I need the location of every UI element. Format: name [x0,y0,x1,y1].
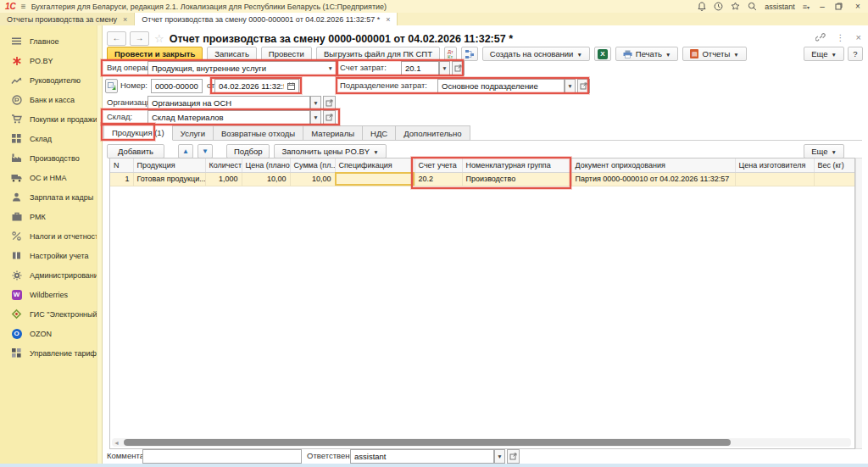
sidebar-item-pokupki-prodazhi[interactable]: Покупки и продажи [0,109,102,129]
dtkt-postings-button[interactable]: ДтКт [444,47,457,61]
window-tab-document[interactable]: Отчет производства за смену 0000-000001 … [135,13,398,25]
tab-produktsiya[interactable]: Продукция (1) [103,125,173,141]
organization-dropdown-icon[interactable]: ▼ [310,96,321,110]
sidebar-item-glavnoe[interactable]: Главное [0,31,102,51]
current-user[interactable]: assistant [765,3,795,11]
organization-open-icon[interactable] [323,96,336,110]
help-button[interactable]: ? [848,47,863,61]
cell-dokument-oprikhodovaniya[interactable]: Партия 0000-000010 от 04.02.2026 11:32:5… [571,172,735,186]
sidebar-item-zarplata-kadry[interactable]: Зарплата и кадры [0,187,102,207]
get-link-icon[interactable] [815,32,826,42]
cell-spetsifikatsiya-selected[interactable] [335,172,415,186]
main-menu-icon[interactable]: ≡ [21,2,26,11]
operation-type-field[interactable]: Продукция, внутренние услуги▼ [147,61,337,75]
scroll-left-icon[interactable]: ◄ [112,440,120,446]
cost-department-open-icon[interactable] [577,79,590,93]
cell-kolichestvo[interactable]: 1,000 [205,172,242,186]
responsible-dropdown-icon[interactable]: ▼ [494,449,505,464]
more-vertical-icon[interactable]: ⋮ [837,33,845,42]
export-spt-button[interactable]: Выгрузить файл для ПК СПТ [316,47,440,61]
post-and-close-button[interactable]: Провести и закрыть [107,47,203,61]
cell-ves[interactable] [814,172,854,186]
vertical-scrollbar[interactable] [855,158,862,449]
cell-n[interactable]: 1 [110,172,133,186]
favorite-star-icon[interactable]: ☆ [154,32,164,45]
horizontal-scrollbar[interactable]: ◄ [112,438,851,447]
responsible-open-icon[interactable] [507,449,520,464]
col-ves[interactable]: Вес (кг) [814,158,854,172]
tab-materialy[interactable]: Материалы [303,125,363,141]
close-tab-icon[interactable]: × [123,15,127,24]
table-row[interactable]: 1 Готовая продукци... 1,000 10,00 10,00 … [110,172,854,186]
organization-field[interactable]: Организация на ОСН [147,96,310,110]
minimize-icon[interactable]: – [817,2,827,12]
date-field[interactable]: 04.02.2026 11:32:57 [214,79,299,93]
excel-export-button[interactable]: X [594,47,611,61]
renumber-button[interactable] [105,79,118,93]
fill-prices-button[interactable]: Заполнить цены PO.BY▼ [274,144,386,158]
close-window-icon[interactable]: × [853,2,863,12]
close-tab-icon[interactable]: × [386,15,390,24]
create-based-on-button[interactable]: Создать на основании▼ [482,47,590,61]
cell-produktsiya[interactable]: Готовая продукци... [133,172,205,186]
col-n[interactable]: N [110,158,133,172]
post-button[interactable]: Провести [261,47,312,61]
col-schet-ucheta[interactable]: Счет учета [415,158,462,172]
sidebar-item-nalogi[interactable]: Налоги и отчетность [0,226,102,246]
tab-dopolnitelno[interactable]: Дополнительно [396,125,470,141]
service-menu-icon[interactable]: ≡▾ [803,3,810,11]
sidebar-item-rmk[interactable]: РМК [0,207,102,226]
cell-nomenklaturnaya-gruppa[interactable]: Производство [462,172,571,186]
tab-uslugi[interactable]: Услуги [173,125,214,141]
calendar-icon[interactable] [284,82,295,90]
cell-schet-ucheta[interactable]: 20.2 [415,172,462,186]
col-summa-plan[interactable]: Сумма (пл... [290,158,335,172]
cost-account-field[interactable]: 20.1 [401,61,439,75]
back-button[interactable]: ← [107,31,126,46]
reports-button[interactable]: ▤Отчеты▼ [682,47,746,61]
sidebar-item-proizvodstvo[interactable]: Производство [0,148,102,168]
sidebar-item-gis-znak[interactable]: ГИС "Электронный знак" [0,304,102,324]
col-dokument-oprikhodovaniya[interactable]: Документ оприходования [571,158,735,172]
cell-summa-plan[interactable]: 10,00 [290,172,335,186]
close-form-icon[interactable]: × [856,32,861,42]
comment-input[interactable] [142,449,302,464]
forward-button[interactable]: → [130,31,149,46]
sidebar-item-upravlenie-tarifom[interactable]: Управление тарифом [0,343,102,363]
move-up-button[interactable]: ▲ [178,144,193,158]
sidebar-item-wildberries[interactable]: W Wildberries [0,285,102,304]
cell-tsena-izgotovitelya[interactable] [735,172,814,186]
structure-subordination-button[interactable] [461,47,478,61]
save-button[interactable]: Записать [207,47,257,61]
sidebar-item-rukovoditelyu[interactable]: Руководителю [0,70,102,90]
table-more-button[interactable]: Еще▼ [804,144,844,158]
responsible-field[interactable]: assistant [350,449,494,464]
warehouse-field[interactable]: Склад Материалов [147,110,310,125]
warehouse-dropdown-icon[interactable]: ▼ [310,110,321,125]
history-icon[interactable] [714,2,723,11]
search-icon[interactable] [748,2,757,11]
favorites-star-icon[interactable] [731,2,740,11]
number-field[interactable]: 0000-000001 [151,79,203,93]
cell-tsena-plan[interactable]: 10,00 [242,172,290,186]
add-row-button[interactable]: Добавить [107,144,164,158]
col-nomenklaturnaya-gruppa[interactable]: Номенклатурная группа [462,158,571,172]
print-button[interactable]: Печать▼ [615,47,679,61]
move-down-button[interactable]: ▼ [198,144,213,158]
sidebar-item-os-nma[interactable]: ОС и НМА [0,168,102,187]
sidebar-item-nastroiki-ucheta[interactable]: Настройки учета [0,246,102,265]
window-tab-list[interactable]: Отчеты производства за смену × [0,13,135,25]
tab-vozvratnye-otkhody[interactable]: Возвратные отходы [214,125,303,141]
col-tsena-plan[interactable]: Цена (плано... [242,158,290,172]
tab-nds[interactable]: НДС [363,125,396,141]
cost-account-dropdown-icon[interactable]: ▼ [439,61,450,75]
cost-account-open-icon[interactable] [452,61,465,75]
chevron-down-icon[interactable]: ▼ [325,65,333,71]
more-button[interactable]: Еще▼ [804,47,844,61]
col-produktsiya[interactable]: Продукция [133,158,205,172]
col-kolichestvo[interactable]: Количество [205,158,242,172]
notifications-bell-icon[interactable] [698,2,706,11]
sidebar-item-administrirovanie[interactable]: Администрирование [0,265,102,285]
restore-icon[interactable] [835,3,845,10]
cost-department-field[interactable]: Основное подразделение [437,79,565,93]
